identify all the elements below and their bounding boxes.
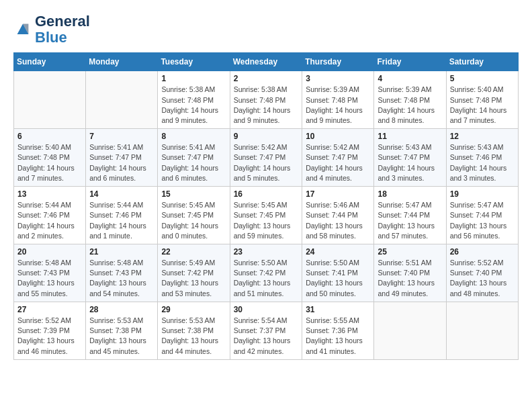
calendar-header-thursday: Thursday [302, 53, 374, 71]
day-number: 16 [234, 189, 299, 199]
day-number: 6 [17, 132, 82, 141]
calendar-cell: 8Sunrise: 5:41 AM Sunset: 7:47 PM Daylig… [158, 129, 230, 187]
calendar-cell: 1Sunrise: 5:38 AM Sunset: 7:48 PM Daylig… [158, 71, 230, 129]
calendar-header-monday: Monday [86, 53, 158, 71]
day-info: Sunrise: 5:43 AM Sunset: 7:47 PM Dayligh… [378, 142, 442, 183]
calendar-cell: 17Sunrise: 5:46 AM Sunset: 7:44 PM Dayli… [302, 187, 374, 244]
calendar-cell: 3Sunrise: 5:39 AM Sunset: 7:48 PM Daylig… [302, 71, 374, 129]
day-number: 2 [234, 74, 299, 83]
day-info: Sunrise: 5:51 AM Sunset: 7:40 PM Dayligh… [378, 258, 442, 299]
day-number: 22 [161, 247, 226, 257]
calendar-cell: 26Sunrise: 5:52 AM Sunset: 7:40 PM Dayli… [446, 244, 518, 302]
calendar-cell: 22Sunrise: 5:49 AM Sunset: 7:42 PM Dayli… [158, 244, 230, 302]
day-info: Sunrise: 5:46 AM Sunset: 7:44 PM Dayligh… [306, 200, 370, 241]
calendar-cell: 16Sunrise: 5:45 AM Sunset: 7:45 PM Dayli… [230, 187, 302, 244]
day-info: Sunrise: 5:49 AM Sunset: 7:42 PM Dayligh… [161, 258, 226, 299]
day-number: 24 [306, 247, 370, 257]
day-number: 10 [306, 132, 370, 141]
calendar-cell: 29Sunrise: 5:53 AM Sunset: 7:38 PM Dayli… [158, 302, 230, 359]
day-info: Sunrise: 5:50 AM Sunset: 7:41 PM Dayligh… [306, 258, 370, 299]
calendar-header-sunday: Sunday [14, 53, 86, 71]
day-number: 14 [89, 189, 154, 199]
day-info: Sunrise: 5:48 AM Sunset: 7:43 PM Dayligh… [89, 258, 154, 299]
calendar-header-saturday: Saturday [446, 53, 518, 71]
calendar-cell: 20Sunrise: 5:48 AM Sunset: 7:43 PM Dayli… [14, 244, 86, 302]
day-number: 17 [306, 189, 370, 199]
calendar-cell: 5Sunrise: 5:40 AM Sunset: 7:48 PM Daylig… [446, 71, 518, 129]
calendar-cell: 18Sunrise: 5:47 AM Sunset: 7:44 PM Dayli… [374, 187, 446, 244]
logo-text: General Blue [35, 13, 90, 46]
calendar-header-wednesday: Wednesday [230, 53, 302, 71]
calendar-cell: 9Sunrise: 5:42 AM Sunset: 7:47 PM Daylig… [230, 129, 302, 187]
day-info: Sunrise: 5:41 AM Sunset: 7:47 PM Dayligh… [161, 142, 226, 183]
day-number: 31 [306, 305, 370, 314]
day-number: 4 [378, 74, 442, 83]
day-number: 11 [378, 132, 442, 141]
logo: General Blue [13, 13, 90, 46]
calendar-header-friday: Friday [374, 53, 446, 71]
header: General Blue [13, 13, 519, 46]
calendar-cell: 10Sunrise: 5:42 AM Sunset: 7:47 PM Dayli… [302, 129, 374, 187]
day-info: Sunrise: 5:50 AM Sunset: 7:42 PM Dayligh… [234, 258, 299, 299]
day-info: Sunrise: 5:42 AM Sunset: 7:47 PM Dayligh… [234, 142, 299, 183]
day-number: 7 [89, 132, 154, 141]
day-info: Sunrise: 5:40 AM Sunset: 7:48 PM Dayligh… [450, 85, 515, 126]
day-info: Sunrise: 5:39 AM Sunset: 7:48 PM Dayligh… [306, 85, 370, 126]
calendar-cell: 24Sunrise: 5:50 AM Sunset: 7:41 PM Dayli… [302, 244, 374, 302]
day-number: 23 [234, 247, 299, 257]
day-number: 8 [161, 132, 226, 141]
day-number: 27 [17, 305, 82, 314]
calendar-cell [86, 71, 158, 129]
day-info: Sunrise: 5:55 AM Sunset: 7:36 PM Dayligh… [306, 316, 370, 357]
day-info: Sunrise: 5:53 AM Sunset: 7:38 PM Dayligh… [89, 316, 154, 357]
calendar-cell: 7Sunrise: 5:41 AM Sunset: 7:47 PM Daylig… [86, 129, 158, 187]
calendar-cell: 21Sunrise: 5:48 AM Sunset: 7:43 PM Dayli… [86, 244, 158, 302]
day-info: Sunrise: 5:45 AM Sunset: 7:45 PM Dayligh… [234, 200, 299, 241]
day-number: 3 [306, 74, 370, 83]
day-info: Sunrise: 5:45 AM Sunset: 7:45 PM Dayligh… [161, 200, 226, 241]
calendar-cell: 12Sunrise: 5:43 AM Sunset: 7:46 PM Dayli… [446, 129, 518, 187]
day-info: Sunrise: 5:38 AM Sunset: 7:48 PM Dayligh… [161, 85, 226, 126]
calendar-header-row: SundayMondayTuesdayWednesdayThursdayFrid… [14, 53, 519, 71]
day-number: 5 [450, 74, 515, 83]
day-info: Sunrise: 5:44 AM Sunset: 7:46 PM Dayligh… [89, 200, 154, 241]
day-info: Sunrise: 5:47 AM Sunset: 7:44 PM Dayligh… [450, 200, 515, 241]
day-number: 13 [17, 189, 82, 199]
day-info: Sunrise: 5:40 AM Sunset: 7:48 PM Dayligh… [17, 142, 82, 183]
day-info: Sunrise: 5:54 AM Sunset: 7:37 PM Dayligh… [234, 316, 299, 357]
day-number: 29 [161, 305, 226, 314]
calendar-cell: 25Sunrise: 5:51 AM Sunset: 7:40 PM Dayli… [374, 244, 446, 302]
day-info: Sunrise: 5:47 AM Sunset: 7:44 PM Dayligh… [378, 200, 442, 241]
day-number: 26 [450, 247, 515, 257]
calendar-cell: 19Sunrise: 5:47 AM Sunset: 7:44 PM Dayli… [446, 187, 518, 244]
day-info: Sunrise: 5:38 AM Sunset: 7:48 PM Dayligh… [234, 85, 299, 126]
day-number: 15 [161, 189, 226, 199]
day-info: Sunrise: 5:52 AM Sunset: 7:40 PM Dayligh… [450, 258, 515, 299]
logo-icon [13, 20, 32, 39]
calendar-cell: 13Sunrise: 5:44 AM Sunset: 7:46 PM Dayli… [14, 187, 86, 244]
calendar-cell: 23Sunrise: 5:50 AM Sunset: 7:42 PM Dayli… [230, 244, 302, 302]
calendar-cell: 2Sunrise: 5:38 AM Sunset: 7:48 PM Daylig… [230, 71, 302, 129]
calendar-week-row: 1Sunrise: 5:38 AM Sunset: 7:48 PM Daylig… [14, 71, 519, 129]
calendar-week-row: 13Sunrise: 5:44 AM Sunset: 7:46 PM Dayli… [14, 187, 519, 244]
calendar-cell: 4Sunrise: 5:39 AM Sunset: 7:48 PM Daylig… [374, 71, 446, 129]
day-info: Sunrise: 5:53 AM Sunset: 7:38 PM Dayligh… [161, 316, 226, 357]
day-number: 25 [378, 247, 442, 257]
calendar-cell: 11Sunrise: 5:43 AM Sunset: 7:47 PM Dayli… [374, 129, 446, 187]
calendar-cell: 15Sunrise: 5:45 AM Sunset: 7:45 PM Dayli… [158, 187, 230, 244]
day-number: 12 [450, 132, 515, 141]
day-number: 19 [450, 189, 515, 199]
calendar-cell [446, 302, 518, 359]
day-info: Sunrise: 5:52 AM Sunset: 7:39 PM Dayligh… [17, 316, 82, 357]
day-number: 18 [378, 189, 442, 199]
calendar-cell: 30Sunrise: 5:54 AM Sunset: 7:37 PM Dayli… [230, 302, 302, 359]
page: General Blue SundayMondayTuesdayWednesda… [0, 0, 532, 373]
calendar-cell: 6Sunrise: 5:40 AM Sunset: 7:48 PM Daylig… [14, 129, 86, 187]
calendar-header-tuesday: Tuesday [158, 53, 230, 71]
calendar-table: SundayMondayTuesdayWednesdayThursdayFrid… [13, 52, 519, 359]
calendar-cell: 31Sunrise: 5:55 AM Sunset: 7:36 PM Dayli… [302, 302, 374, 359]
calendar-week-row: 27Sunrise: 5:52 AM Sunset: 7:39 PM Dayli… [14, 302, 519, 359]
day-info: Sunrise: 5:42 AM Sunset: 7:47 PM Dayligh… [306, 142, 370, 183]
calendar-cell: 28Sunrise: 5:53 AM Sunset: 7:38 PM Dayli… [86, 302, 158, 359]
day-number: 1 [161, 74, 226, 83]
